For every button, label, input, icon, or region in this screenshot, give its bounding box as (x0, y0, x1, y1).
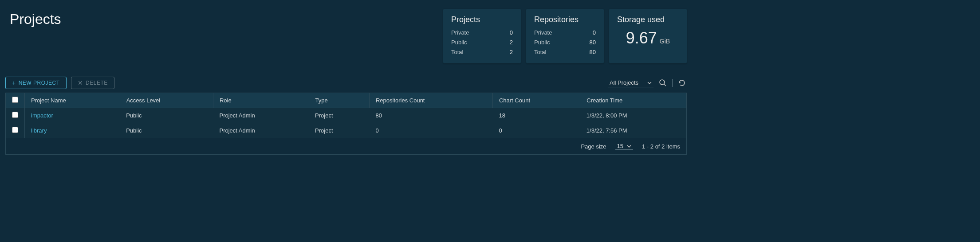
cell-charts: 0 (492, 123, 580, 138)
cell-repos: 80 (369, 108, 492, 123)
repositories-card: Repositories Private 0 Public 80 Total 8… (526, 9, 604, 63)
repositories-card-title: Repositories (534, 15, 596, 24)
refresh-button[interactable] (677, 78, 687, 88)
repos-public-value: 80 (590, 38, 596, 47)
repos-public-label: Public (534, 38, 550, 47)
projects-public-value: 2 (510, 38, 513, 47)
projects-private-row: Private 0 (451, 28, 513, 38)
cell-access: Public (120, 123, 213, 138)
col-repos-count[interactable]: Repositories Count (369, 93, 492, 108)
col-creation-time[interactable]: Creation Time (580, 93, 687, 108)
project-link[interactable]: library (31, 127, 47, 134)
projects-card-title: Projects (451, 15, 513, 24)
cell-charts: 18 (492, 108, 580, 123)
search-icon (659, 79, 667, 87)
repos-private-row: Private 0 (534, 28, 596, 38)
cell-role: Project Admin (213, 123, 309, 138)
storage-value: 9.67 (626, 29, 657, 47)
search-button[interactable] (658, 78, 668, 88)
pagination-range: 1 - 2 of 2 items (642, 143, 680, 150)
table-row: impactor Public Project Admin Project 80… (6, 108, 687, 123)
repos-private-label: Private (534, 28, 552, 38)
cell-access: Public (120, 108, 213, 123)
refresh-icon (678, 79, 686, 87)
repos-total-label: Total (534, 47, 546, 57)
cell-type: Project (309, 108, 369, 123)
chevron-down-icon (647, 82, 652, 84)
table-footer: Page size 15 1 - 2 of 2 items (5, 138, 687, 155)
row-checkbox[interactable] (12, 127, 18, 133)
select-all-checkbox[interactable] (12, 97, 18, 103)
col-chart-count[interactable]: Chart Count (492, 93, 580, 108)
cell-repos: 0 (369, 123, 492, 138)
page-size-value: 15 (617, 143, 623, 149)
projects-private-label: Private (451, 28, 469, 38)
select-all-header (6, 93, 25, 108)
toolbar-divider (672, 79, 673, 87)
col-project-name[interactable]: Project Name (25, 93, 120, 108)
col-access-level[interactable]: Access Level (120, 93, 213, 108)
delete-label: DELETE (86, 80, 108, 86)
page-size-select[interactable]: 15 (615, 143, 633, 150)
close-icon: ✕ (78, 80, 83, 86)
storage-card: Storage used 9.67 GiB (609, 9, 687, 63)
new-project-button[interactable]: + NEW PROJECT (5, 77, 67, 89)
projects-public-row: Public 2 (451, 38, 513, 47)
storage-card-title: Storage used (617, 15, 679, 24)
plus-icon: + (12, 80, 16, 86)
svg-point-0 (660, 80, 665, 85)
projects-table: Project Name Access Level Role Type Repo… (5, 93, 687, 138)
projects-total-value: 2 (510, 47, 513, 57)
projects-card: Projects Private 0 Public 2 Total 2 (443, 9, 521, 63)
cell-role: Project Admin (213, 108, 309, 123)
col-type[interactable]: Type (309, 93, 369, 108)
projects-public-label: Public (451, 38, 467, 47)
table-row: library Public Project Admin Project 0 0… (6, 123, 687, 138)
project-link[interactable]: impactor (31, 112, 53, 119)
repos-total-row: Total 80 (534, 47, 596, 57)
col-role[interactable]: Role (213, 93, 309, 108)
filter-select[interactable]: All Projects (608, 78, 653, 87)
cell-type: Project (309, 123, 369, 138)
delete-button[interactable]: ✕ DELETE (71, 77, 114, 89)
new-project-label: NEW PROJECT (19, 80, 60, 86)
repos-total-value: 80 (590, 47, 596, 57)
page-size-label: Page size (581, 143, 606, 150)
storage-unit: GiB (660, 38, 670, 45)
page-title: Projects (10, 11, 61, 27)
cell-created: 1/3/22, 7:56 PM (580, 123, 687, 138)
filter-selected-label: All Projects (610, 79, 638, 86)
projects-total-label: Total (451, 47, 463, 57)
cell-created: 1/3/22, 8:00 PM (580, 108, 687, 123)
row-checkbox[interactable] (12, 112, 18, 118)
chevron-down-icon (627, 145, 631, 148)
projects-private-value: 0 (510, 28, 513, 38)
stat-cards: Projects Private 0 Public 2 Total 2 Repo… (443, 9, 687, 63)
repos-public-row: Public 80 (534, 38, 596, 47)
repos-private-value: 0 (593, 28, 596, 38)
svg-line-1 (664, 84, 666, 86)
projects-total-row: Total 2 (451, 47, 513, 57)
